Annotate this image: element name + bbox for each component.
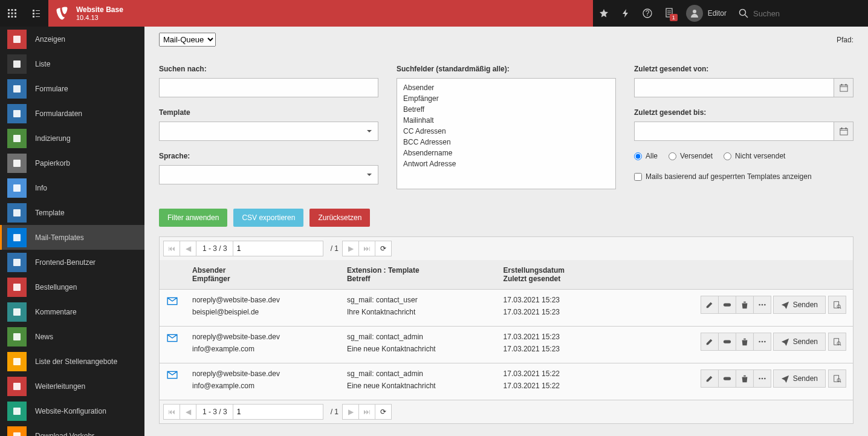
sidebar-item[interactable]: Weiterleitungen: [0, 374, 144, 399]
field-option[interactable]: Antwort Adresse: [397, 158, 615, 169]
sidebar-item[interactable]: Anzeigen: [0, 27, 144, 51]
export-csv-button[interactable]: CSV exportieren: [233, 209, 303, 227]
blacklisted-checkbox[interactable]: [634, 173, 642, 181]
pager-prev-icon[interactable]: ◀: [180, 404, 196, 420]
calendar-icon[interactable]: [834, 122, 853, 141]
preview-icon[interactable]: [828, 333, 846, 351]
more-icon[interactable]: [753, 369, 771, 388]
language-select[interactable]: [159, 165, 378, 184]
trash-icon[interactable]: [736, 296, 754, 314]
search-fields-list[interactable]: AbsenderEmpfängerBetreffMailinhaltCC Adr…: [397, 78, 616, 189]
tree-icon[interactable]: [24, 0, 48, 27]
apply-filter-button[interactable]: Filter anwenden: [159, 209, 227, 227]
sidebar-item[interactable]: Liste: [0, 51, 144, 76]
typo3-logo-icon: [56, 6, 70, 21]
sidebar-item-label: Formulare: [35, 85, 68, 93]
sidebar-item[interactable]: Download Verkehr: [0, 423, 144, 436]
pager-refresh-icon[interactable]: ⟳: [375, 404, 392, 420]
sidebar-item[interactable]: Website-Konfiguration: [0, 399, 144, 423]
radio-notsent[interactable]: Nicht versendet: [724, 152, 785, 160]
module-function-select[interactable]: Mail-Queue: [159, 33, 216, 47]
field-option[interactable]: Absendername: [397, 148, 615, 158]
svg-point-67: [759, 378, 760, 380]
field-option[interactable]: Mailinhalt: [397, 115, 615, 126]
radio-sent[interactable]: Versendet: [669, 152, 713, 160]
preview-icon[interactable]: [828, 296, 846, 314]
user-button[interactable]: Editor: [686, 5, 727, 22]
radio-all[interactable]: Alle: [634, 152, 658, 160]
pager-refresh-icon[interactable]: ⟳: [375, 241, 392, 256]
field-option[interactable]: CC Adressen: [397, 126, 615, 137]
trash-icon[interactable]: [736, 333, 754, 351]
pager-first-icon[interactable]: ⏮: [163, 241, 180, 256]
global-search[interactable]: [739, 8, 862, 18]
sidebar-item-label: Website-Konfiguration: [35, 407, 106, 415]
pager-page-input[interactable]: [233, 241, 323, 256]
send-icon: [781, 301, 789, 309]
search-input[interactable]: [753, 9, 862, 18]
toggle-icon[interactable]: [718, 333, 736, 351]
sidebar-item-label: Info: [35, 184, 47, 192]
send-button[interactable]: Senden: [773, 369, 826, 388]
sidebar-item[interactable]: Papierkorb: [0, 151, 144, 175]
sidebar-item[interactable]: Liste der Stellenangebote: [0, 349, 144, 374]
calendar-icon[interactable]: [834, 78, 853, 97]
sidebar-item[interactable]: Kommentare: [0, 299, 144, 324]
send-button[interactable]: Senden: [773, 296, 826, 314]
send-button[interactable]: Senden: [773, 333, 826, 351]
toggle-icon[interactable]: [718, 369, 736, 388]
svg-rect-14: [36, 16, 40, 17]
sidebar-item[interactable]: Mail-Templates: [0, 225, 144, 250]
sidebar-item-label: Papierkorb: [35, 159, 70, 168]
pager-last-icon[interactable]: ⏭: [358, 404, 375, 420]
more-icon[interactable]: [753, 333, 771, 351]
pager-total: / 1: [331, 408, 338, 416]
svg-rect-66: [724, 377, 731, 380]
sent-from-label: Zuletzt gesendet von:: [634, 65, 853, 73]
preview-icon[interactable]: [828, 369, 846, 388]
bolt-icon[interactable]: [621, 8, 630, 18]
reset-button[interactable]: Zurücksetzen: [309, 209, 370, 227]
sent-from-input[interactable]: [634, 78, 834, 97]
svg-point-61: [764, 341, 766, 343]
more-icon[interactable]: [753, 296, 771, 314]
field-option[interactable]: Empfänger: [397, 93, 615, 104]
edit-icon[interactable]: [701, 296, 719, 314]
sidebar-item[interactable]: Formulare: [0, 76, 144, 101]
star-icon[interactable]: [599, 8, 609, 18]
pager-last-icon[interactable]: ⏭: [358, 241, 375, 256]
field-option[interactable]: BCC Adressen: [397, 137, 615, 148]
svg-rect-31: [13, 209, 21, 216]
app-grid-icon[interactable]: [0, 0, 24, 27]
help-icon[interactable]: ?: [643, 8, 652, 18]
template-select[interactable]: [159, 122, 378, 141]
svg-rect-11: [33, 16, 34, 18]
sidebar-item[interactable]: Template: [0, 200, 144, 225]
edit-icon[interactable]: [701, 333, 719, 351]
search-input-field[interactable]: [159, 78, 378, 97]
cell-subject: Eine neue Kontaktnachricht: [347, 345, 489, 353]
pager-first-icon[interactable]: ⏮: [163, 404, 180, 420]
sidebar-item[interactable]: Info: [0, 175, 144, 200]
toggle-icon[interactable]: [718, 296, 736, 314]
field-option[interactable]: Betreff: [397, 104, 615, 115]
pager-prev-icon[interactable]: ◀: [180, 241, 196, 256]
module-icon: [7, 352, 27, 371]
sidebar-item[interactable]: Bestellungen: [0, 275, 144, 299]
pager-page-input[interactable]: [233, 404, 323, 420]
edit-icon[interactable]: [701, 369, 719, 388]
field-option[interactable]: Absender: [397, 82, 615, 93]
svg-point-22: [740, 10, 746, 16]
svg-point-68: [761, 378, 763, 380]
sidebar-item[interactable]: News: [0, 324, 144, 349]
notifications-button[interactable]: 1: [664, 8, 674, 19]
sidebar-item[interactable]: Formulardaten: [0, 101, 144, 126]
mail-icon: [167, 369, 178, 380]
pager-next-icon[interactable]: ▶: [342, 404, 359, 420]
trash-icon[interactable]: [736, 369, 754, 388]
sidebar-item[interactable]: Indizierung: [0, 126, 144, 151]
pager-next-icon[interactable]: ▶: [342, 241, 359, 256]
sent-to-input[interactable]: [634, 122, 834, 141]
svg-rect-33: [13, 259, 21, 266]
sidebar-item[interactable]: Frontend-Benutzer: [0, 250, 144, 275]
